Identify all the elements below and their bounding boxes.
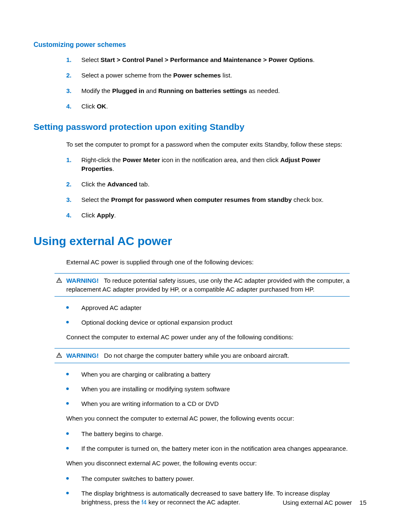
- step-text: Select Start > Control Panel > Performan…: [81, 55, 350, 64]
- heading-external-ac: Using external AC power: [34, 233, 366, 249]
- warning-text: WARNING! To reduce potential safety issu…: [66, 276, 350, 294]
- step-text: Right-click the Power Meter icon in the …: [81, 155, 350, 173]
- heading-password-protection: Setting password protection upon exiting…: [34, 121, 366, 133]
- intro-paragraph: External AC power is supplied through on…: [66, 258, 350, 266]
- step-number: 1.: [66, 55, 81, 64]
- step-item: 1. Select Start > Control Panel > Perfor…: [66, 55, 350, 64]
- step-text: Modify the Plugged in and Running on bat…: [81, 86, 350, 95]
- warning-box: WARNING! To reduce potential safety issu…: [55, 273, 350, 297]
- step-text: Click Apply.: [81, 211, 350, 220]
- step-text: Select the Prompt for password when comp…: [81, 195, 350, 204]
- page-footer: Using external AC power15: [283, 498, 366, 507]
- step-item: 4. Click Apply.: [66, 211, 350, 220]
- bullet-list: When you are charging or calibrating a b…: [66, 370, 350, 408]
- list-item: When you are installing or modifying sys…: [66, 385, 350, 393]
- list-item: When you are writing information to a CD…: [66, 399, 350, 408]
- step-number: 3.: [66, 86, 81, 95]
- warning-box: WARNING! Do not charge the computer batt…: [55, 348, 350, 363]
- step-number: 4.: [66, 102, 81, 111]
- warning-icon: [56, 351, 66, 360]
- step-item: 2. Click the Advanced tab.: [66, 180, 350, 189]
- step-text: Click OK.: [81, 102, 350, 111]
- svg-point-1: [59, 281, 59, 282]
- step-text: Select a power scheme from the Power sch…: [81, 71, 350, 80]
- warning-icon: [56, 276, 66, 285]
- list-item: Approved AC adapter: [66, 303, 350, 312]
- footer-title: Using external AC power: [283, 499, 352, 506]
- step-item: 3. Modify the Plugged in and Running on …: [66, 86, 350, 95]
- bullet-list: Approved AC adapter Optional docking dev…: [66, 303, 350, 327]
- paragraph: When you connect the computer to externa…: [66, 414, 350, 423]
- warning-text: WARNING! Do not charge the computer batt…: [66, 351, 350, 360]
- step-number: 4.: [66, 211, 81, 220]
- steps-customizing: 1. Select Start > Control Panel > Perfor…: [66, 55, 350, 111]
- steps-password: 1. Right-click the Power Meter icon in t…: [66, 155, 350, 220]
- svg-point-3: [59, 356, 59, 357]
- list-item: When you are charging or calibrating a b…: [66, 370, 350, 379]
- step-item: 4. Click OK.: [66, 102, 350, 111]
- list-item: The computer switches to battery power.: [66, 474, 350, 483]
- key-f4: f4: [141, 498, 147, 506]
- paragraph: Connect the computer to external AC powe…: [66, 333, 350, 341]
- intro-paragraph: To set the computer to prompt for a pass…: [66, 140, 350, 149]
- step-number: 3.: [66, 195, 81, 204]
- step-number: 2.: [66, 71, 81, 80]
- step-number: 2.: [66, 180, 81, 189]
- heading-customizing: Customizing power schemes: [34, 40, 366, 49]
- bullet-list: The battery begins to charge. If the com…: [66, 429, 350, 453]
- list-item: Optional docking device or optional expa…: [66, 318, 350, 327]
- step-number: 1.: [66, 155, 81, 173]
- list-item: The battery begins to charge.: [66, 429, 350, 438]
- step-text: Click the Advanced tab.: [81, 180, 350, 189]
- paragraph: When you disconnect external AC power, t…: [66, 459, 350, 467]
- step-item: 2. Select a power scheme from the Power …: [66, 71, 350, 80]
- step-item: 3. Select the Prompt for password when c…: [66, 195, 350, 204]
- list-item: If the computer is turned on, the batter…: [66, 444, 350, 453]
- page-number: 15: [359, 499, 366, 506]
- step-item: 1. Right-click the Power Meter icon in t…: [66, 155, 350, 173]
